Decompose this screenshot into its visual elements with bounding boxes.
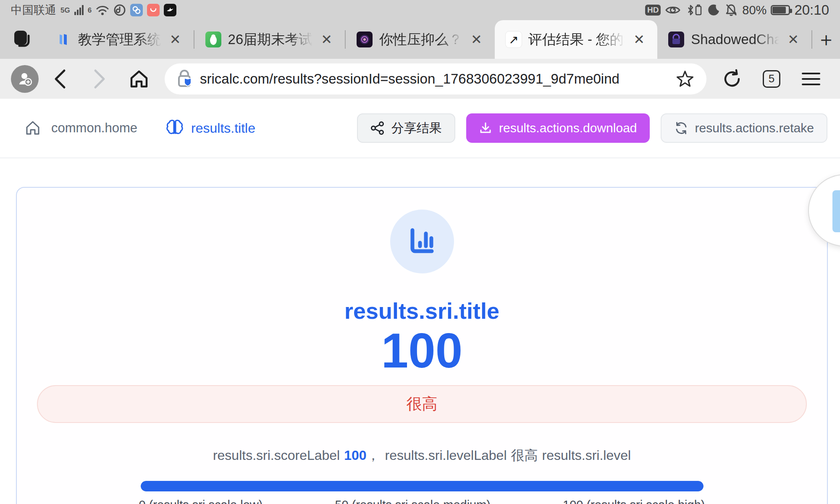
back-chevron-icon	[53, 68, 67, 89]
battery-percent-label: 80%	[742, 3, 766, 17]
home-button[interactable]	[121, 61, 157, 97]
add-user-icon	[16, 71, 33, 87]
browser-tab-psych-test[interactable]: 你性压抑么？ ✕	[346, 20, 495, 59]
signal-strength-icon	[74, 5, 84, 15]
page-header: common.home results.title 分享结果 results.a…	[0, 99, 840, 158]
favicon-arrow-up-right-icon: ↗	[506, 32, 522, 47]
notification-app-icon-red	[147, 4, 160, 16]
wifi-icon	[96, 5, 109, 16]
bluetooth-device-battery-icon	[685, 4, 704, 16]
retake-test-button[interactable]: results.actions.retake	[661, 113, 827, 143]
close-tab-icon[interactable]: ✕	[319, 32, 334, 47]
sri-level-badge: 很高	[37, 385, 807, 423]
score-label: results.sri.scoreLabel	[213, 448, 340, 463]
browser-toolbar: sricalc.com/results?sessionId=session_17…	[0, 59, 840, 99]
home-link[interactable]: common.home	[24, 120, 137, 136]
favicon-psych-test	[357, 32, 373, 47]
close-tab-icon[interactable]: ✕	[469, 32, 484, 47]
tab-strip: 教学管理系统 ✕ 26届期末考试 ✕ 你性压抑么？ ✕ ↗ 评估结果 - 您的S…	[0, 20, 840, 59]
page-actions: 分享结果 results.actions.download results.ac…	[357, 113, 827, 143]
score-progress-fill	[141, 481, 704, 491]
share-nodes-icon	[370, 121, 385, 135]
home-outline-icon	[24, 120, 41, 136]
share-button-label: 分享结果	[391, 120, 442, 137]
notification-app-icon-blue	[130, 4, 143, 16]
favicon-final-exam	[205, 32, 221, 47]
close-tab-icon[interactable]: ✕	[786, 32, 801, 47]
tab-title: 教学管理系统	[78, 30, 161, 49]
back-button[interactable]	[42, 61, 78, 97]
carrier-label: 中国联通	[11, 3, 56, 18]
new-tab-button[interactable]: ＋	[812, 20, 840, 59]
score-progress-track	[141, 481, 704, 491]
battery-icon	[771, 5, 790, 15]
music-app-icon	[113, 4, 126, 16]
refresh-icon	[674, 121, 688, 135]
sri-score-value: 100	[381, 326, 463, 375]
reload-icon	[722, 68, 743, 89]
score-value-inline: 100	[344, 448, 366, 463]
screen: 中国联通 5G 6 HD	[0, 0, 840, 504]
profile-avatar-button[interactable]	[11, 65, 39, 93]
scale-high-label: 100 (results.sri.scale.high)	[563, 498, 705, 504]
brain-icon	[165, 118, 184, 138]
favicon-teaching-system	[55, 32, 71, 47]
eye-comfort-icon	[665, 4, 681, 16]
url-bar[interactable]: sricalc.com/results?sessionId=session_17…	[165, 63, 706, 94]
status-bar-right: HD 80% 20:10	[645, 2, 829, 18]
tab-title: ShadowedCha	[691, 32, 779, 47]
browser-tab-teaching-system[interactable]: 教学管理系统 ✕	[45, 20, 194, 59]
url-text: sricalc.com/results?sessionId=session_17…	[200, 71, 669, 87]
level-label: results.sri.levelLabel	[385, 448, 507, 463]
level-suffix: results.sri.level	[542, 448, 631, 463]
browser-tab-sri-results-active[interactable]: ↗ 评估结果 - 您的SRI指 ✕	[495, 20, 657, 59]
share-results-button[interactable]: 分享结果	[357, 113, 455, 143]
comma-separator: ，	[367, 446, 380, 465]
hamburger-menu-icon	[801, 72, 821, 86]
status-bar: 中国联通 5G 6 HD	[0, 0, 840, 20]
tab-title: 评估结果 - 您的SRI指	[528, 30, 625, 49]
network-5g-badge: 5G	[60, 7, 70, 14]
score-scale-labels: 0 (results.sri.scale.low) 50 (results.sr…	[139, 498, 705, 504]
tab-switcher-button[interactable]	[0, 20, 45, 59]
do-not-disturb-moon-icon	[708, 4, 720, 16]
forward-button-disabled[interactable]	[81, 61, 118, 97]
tab-count-label: 5	[763, 70, 780, 88]
wifi-6-badge: 6	[88, 7, 92, 14]
level-value-inline: 很高	[511, 446, 538, 465]
retake-button-label: results.actions.retake	[695, 121, 814, 135]
tab-title: 26届期末考试	[228, 30, 313, 49]
favicon-shadowedchat-lock	[668, 32, 684, 47]
home-link-label: common.home	[51, 121, 137, 136]
site-security-lock-icon	[176, 69, 193, 89]
scale-medium-label: 50 (results.sri.scale.medium)	[335, 498, 491, 504]
close-tab-icon[interactable]: ✕	[632, 32, 646, 47]
menu-button[interactable]	[793, 61, 829, 97]
sri-score-title: results.sri.title	[344, 298, 499, 324]
browser-tab-final-exam[interactable]: 26届期末考试 ✕	[194, 20, 345, 59]
reload-button[interactable]	[714, 61, 750, 97]
sri-score-sentence: results.sri.scoreLabel 100 ， results.sri…	[213, 446, 631, 465]
hd-icon: HD	[645, 5, 661, 16]
notification-app-icon-black	[164, 4, 176, 16]
tab-count-button[interactable]: 5	[753, 61, 790, 97]
forward-chevron-icon	[92, 68, 107, 89]
home-icon	[128, 68, 150, 90]
download-report-button[interactable]: results.actions.download	[466, 113, 650, 143]
download-icon	[479, 121, 492, 135]
page-title: results.title	[191, 121, 255, 136]
tab-title: 你性压抑么？	[379, 30, 462, 49]
multi-window-icon	[10, 27, 34, 52]
status-bar-left: 中国联通 5G 6	[11, 3, 176, 18]
browser-tab-shadowedchat[interactable]: ShadowedCha ✕	[657, 20, 811, 59]
sri-result-card: results.sri.title 100 很高 results.sri.sco…	[16, 187, 828, 504]
bar-chart-icon	[405, 224, 439, 259]
bookmark-star-icon[interactable]	[675, 69, 695, 89]
notifications-muted-icon	[724, 4, 738, 16]
close-tab-icon[interactable]: ✕	[168, 32, 183, 47]
clock-label: 20:10	[794, 2, 829, 18]
download-button-label: results.actions.download	[499, 121, 637, 135]
scale-low-label: 0 (results.sri.scale.low)	[139, 498, 263, 504]
page-title-group: results.title	[165, 118, 255, 138]
edge-widget-handle-icon	[832, 190, 840, 232]
